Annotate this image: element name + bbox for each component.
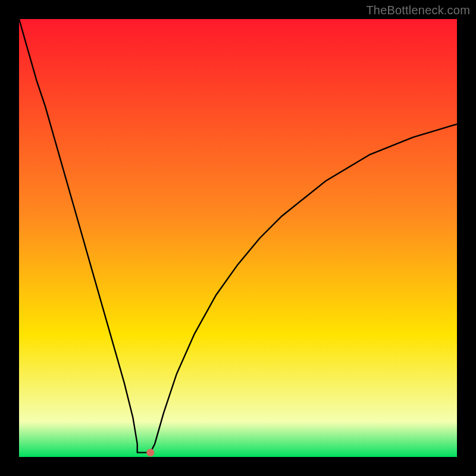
bottleneck-curve-chart <box>19 19 457 457</box>
chart-frame: TheBottleneck.com <box>0 0 476 476</box>
plot-area <box>19 19 457 457</box>
watermark-text: TheBottleneck.com <box>366 4 470 17</box>
minimum-marker <box>146 449 154 456</box>
gradient-background <box>19 19 457 457</box>
